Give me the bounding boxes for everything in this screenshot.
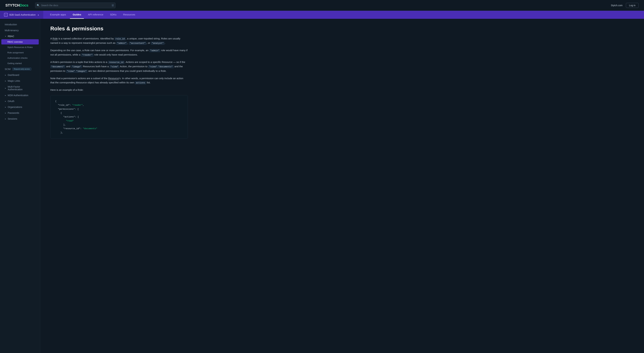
sidebar-item-scim-label: SCIM xyxy=(5,68,10,71)
search-bar: 🔍 / xyxy=(35,3,116,8)
sidebar-item-organizations-label: Organizations xyxy=(8,106,22,108)
sidebar: Introduction Multi-tenancy ▼ RBAC RBAC o… xyxy=(0,19,40,353)
role-id-code: role_id xyxy=(114,37,126,41)
actions-code: actions xyxy=(135,81,146,84)
organizations-caret: ► xyxy=(5,106,6,108)
sidebar-item-sessions-label: Sessions xyxy=(8,117,17,120)
sidebar-item-magic-links-label: Magic Links xyxy=(8,80,20,82)
sidebar-item-role-assignment-label: Role assignment xyxy=(8,51,24,54)
brand-label: B2B SaaS Authentication xyxy=(10,14,36,16)
sidebar-item-magic-links[interactable]: ► Magic Links xyxy=(1,78,39,84)
sidebar-item-authorization-checks-label: Authorization checks xyxy=(8,57,28,59)
login-button[interactable]: Log in xyxy=(626,3,639,8)
brand-caret: ▲ xyxy=(37,14,39,16)
oauth-caret: ► xyxy=(5,100,6,102)
sidebar-item-multi-tenancy[interactable]: Multi-tenancy xyxy=(1,28,39,33)
sidebar-item-organizations[interactable]: ► Organizations xyxy=(1,104,39,110)
sessions-caret: ► xyxy=(5,118,6,120)
sidebar-item-mfa[interactable]: ► Multi-Factor Authentication xyxy=(1,84,39,92)
reader-role-code: "reader" xyxy=(81,53,94,57)
view-code: "view" xyxy=(110,65,120,68)
magic-links-caret: ► xyxy=(5,80,6,82)
resource-id-code: resource_id xyxy=(108,61,124,64)
page-title: Roles & permissions xyxy=(50,26,634,32)
document-code: "document" xyxy=(50,65,66,68)
accountant-code: "accountant" xyxy=(129,42,146,45)
m2m-caret: ► xyxy=(5,95,6,96)
sidebar-item-role-assignment[interactable]: Role assignment xyxy=(1,50,39,55)
sidebar-item-dashboard[interactable]: ► Dashboard xyxy=(1,72,39,78)
analyst-code: "analyst" xyxy=(151,42,164,45)
sidebar-item-introduction-label: Introduction xyxy=(5,23,17,26)
view-images-code: "view" "images" xyxy=(66,70,88,73)
sidebar-item-stytch-resources-roles[interactable]: Stytch Resources & Roles xyxy=(1,45,39,50)
sidebar-item-oauth-label: OAuth xyxy=(8,100,14,103)
sidebar-item-getting-started[interactable]: Getting started xyxy=(1,61,39,66)
mfa-caret: ► xyxy=(5,87,6,89)
rbac-caret: ▼ xyxy=(5,36,6,37)
sidebar-item-m2m-label: M2M Authentication xyxy=(8,94,28,97)
sidebar-item-multi-tenancy-label: Multi-tenancy xyxy=(5,29,18,32)
sidebar-item-authorization-checks[interactable]: Authorization checks xyxy=(1,55,39,61)
admin-code: "admin" xyxy=(116,42,128,45)
paragraph-2: Depending on the use case, a Role can ha… xyxy=(50,48,188,57)
view-documents-code: "view" "documents" xyxy=(148,65,174,68)
logo[interactable]: STYTCHDocs xyxy=(5,3,28,8)
tab-guides[interactable]: Guides xyxy=(70,11,84,19)
sidebar-item-introduction[interactable]: Introduction xyxy=(1,22,39,27)
sidebar-item-dashboard-label: Dashboard xyxy=(8,74,19,76)
tab-api-reference[interactable]: API reference xyxy=(85,11,106,19)
sidebar-item-oauth[interactable]: ► OAuth xyxy=(1,98,39,104)
sidebar-item-getting-started-label: Getting started xyxy=(8,62,22,65)
admin-role-code: "admin" xyxy=(149,49,160,52)
sidebar-item-rbac-label: RBAC xyxy=(8,35,14,38)
sidebar-item-rbac-overview[interactable]: RBAC overview xyxy=(1,39,39,45)
role-link[interactable]: Role xyxy=(52,37,58,40)
topbar: STYTCHDocs 🔍 / Stytch.com Log in xyxy=(0,0,644,11)
paragraph-4: Note that a permission's actions are a s… xyxy=(50,76,188,85)
brand-icon: ☷ xyxy=(4,13,8,17)
search-shortcut: / xyxy=(112,4,114,7)
sidebar-item-rbac[interactable]: ▼ RBAC xyxy=(1,33,39,39)
resource-link[interactable]: Resource xyxy=(108,77,119,80)
sidebar-item-passwords[interactable]: ► Passwords xyxy=(1,110,39,116)
search-input[interactable] xyxy=(35,3,116,8)
paragraph-1: A Role is a named collection of permissi… xyxy=(50,37,188,45)
tab-sdks[interactable]: SDKs xyxy=(107,11,119,19)
sidebar-item-m2m[interactable]: ► M2M Authentication xyxy=(1,93,39,98)
sidebar-item-passwords-label: Passwords xyxy=(8,112,19,114)
sidebar-item-mfa-label: Multi-Factor Authentication xyxy=(8,85,36,91)
main-layout: Introduction Multi-tenancy ▼ RBAC RBAC o… xyxy=(0,19,644,353)
logo-docs: Docs xyxy=(20,3,28,8)
sidebar-item-scim[interactable]: SCIM Request early access xyxy=(1,66,39,72)
nav-tabs: Example apps Guides API reference SDKs R… xyxy=(43,11,142,19)
sidebar-item-rbac-overview-label: RBAC overview xyxy=(8,41,23,43)
passwords-caret: ► xyxy=(5,112,6,114)
navbar-brand[interactable]: ☷ B2B SaaS Authentication ▲ xyxy=(0,11,43,19)
tab-example-apps[interactable]: Example apps xyxy=(47,11,68,19)
sidebar-item-sessions[interactable]: ► Sessions xyxy=(1,116,39,122)
sidebar-item-stytch-resources-roles-label: Stytch Resources & Roles xyxy=(8,46,33,49)
logo-stytch: STYTCH xyxy=(5,3,20,8)
dashboard-caret: ► xyxy=(5,74,6,76)
stytch-com-link[interactable]: Stytch.com xyxy=(611,4,622,7)
navbar: ☷ B2B SaaS Authentication ▲ Example apps… xyxy=(0,11,644,19)
paragraph-5: Here is an example of a Role: xyxy=(50,88,188,92)
content-area: Roles & permissions A Role is a named co… xyxy=(40,19,644,353)
search-icon: 🔍 xyxy=(37,4,40,7)
tab-resources[interactable]: Resources xyxy=(120,11,138,19)
image-code: "image" xyxy=(71,65,82,68)
paragraph-3: A Role's permission is a tuple that link… xyxy=(50,60,188,73)
code-block: { "role_id": "reader", "permissions": [ … xyxy=(50,95,188,139)
topbar-right: Stytch.com Log in xyxy=(611,3,639,8)
scim-early-access-badge[interactable]: Request early access xyxy=(12,68,31,71)
